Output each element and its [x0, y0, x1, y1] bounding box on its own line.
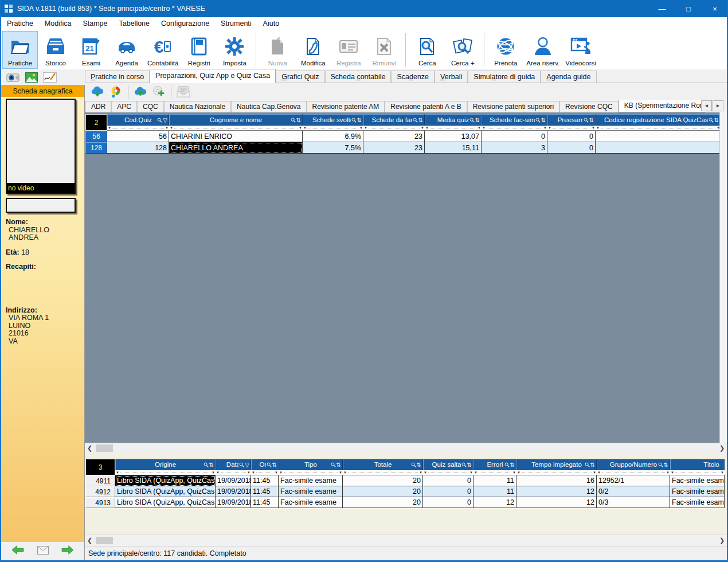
grid-cell[interactable]: Libro SIDA (QuizApp, QuizCasa): [115, 497, 216, 508]
category-tab-adr[interactable]: ADR: [85, 101, 111, 112]
toolbar-button-registri[interactable]: Registri: [182, 32, 216, 68]
cloud-add-icon[interactable]: [133, 85, 148, 99]
grid-cell[interactable]: 11: [473, 475, 516, 486]
column-header[interactable]: Schede fac-simili⇅: [482, 114, 547, 126]
toolbar-button-esami[interactable]: 21Esami: [74, 32, 108, 68]
grid-cell[interactable]: 19/09/2018: [216, 497, 251, 508]
grid-cell[interactable]: 128: [107, 142, 169, 154]
grid-cell[interactable]: Libro SIDA (QuizApp, QuizCasa): [115, 475, 216, 486]
filter-strip[interactable]: ▼▼: [596, 126, 721, 131]
filter-strip[interactable]: ▼▼: [107, 126, 169, 131]
toolbar-button-area-riserv-[interactable]: Area riserv.: [524, 32, 562, 68]
category-tab-apc[interactable]: APC: [111, 101, 137, 112]
row-header[interactable]: 128: [85, 142, 107, 154]
column-header[interactable]: Gruppo/Numero⇅: [597, 459, 670, 470]
close-button[interactable]: ×: [702, 0, 728, 17]
category-tab-cqc[interactable]: CQC: [137, 101, 164, 112]
grid-cell[interactable]: CHIARELLO ANDREA: [169, 142, 303, 154]
nav-back-button[interactable]: [11, 545, 24, 557]
grid-cell[interactable]: Fac-simile esame pe: [670, 497, 725, 508]
camera-icon[interactable]: [6, 72, 21, 83]
grid-cell[interactable]: 0/2: [597, 486, 670, 497]
grid-cell[interactable]: 6,9%: [303, 131, 363, 142]
filter-strip[interactable]: ▼▼: [251, 470, 279, 475]
menu-item-configurazione[interactable]: Configurazione: [155, 17, 215, 30]
session-grid-hscrollbar[interactable]: ❮ ❯: [85, 534, 727, 546]
filter-strip[interactable]: ▼▼: [279, 470, 343, 475]
grid-cell[interactable]: 20: [343, 486, 423, 497]
menu-item-strumenti[interactable]: Strumenti: [215, 17, 257, 30]
filter-strip[interactable]: ▼▼: [216, 470, 251, 475]
toolbar-button-videocorsi[interactable]: Videocorsi: [563, 32, 598, 68]
filter-strip[interactable]: ▼▼: [115, 470, 216, 475]
grid-cell[interactable]: 13,07: [425, 131, 482, 142]
grid-cell[interactable]: Fac-simile esame: [279, 486, 343, 497]
nav-forward-button[interactable]: [61, 545, 74, 557]
row-header[interactable]: 56: [85, 131, 107, 142]
category-tab-revisione-cqc[interactable]: Revisione CQC: [559, 101, 619, 112]
grid-cell[interactable]: 11:45: [251, 486, 279, 497]
toolbar-button-storico[interactable]: Storico: [38, 32, 73, 68]
filter-strip[interactable]: ▼▼: [516, 470, 597, 475]
filter-strip[interactable]: ▼▼: [547, 126, 596, 131]
grid-cell[interactable]: 0/3: [597, 497, 670, 508]
grid-cell[interactable]: CHIARINI ENRICO: [169, 131, 303, 142]
column-header[interactable]: Media quiz⇅: [425, 114, 482, 126]
quiz-grid-hscrollbar[interactable]: ❮ ❯: [85, 443, 727, 453]
row-header[interactable]: 4911: [85, 475, 115, 486]
grid-cell[interactable]: [596, 142, 721, 154]
scroll-left-icon[interactable]: ❮: [85, 444, 95, 453]
grid-cell[interactable]: 11: [473, 486, 516, 497]
grid-cell[interactable]: 0: [482, 131, 547, 142]
column-header[interactable]: Errori⇅: [473, 459, 516, 470]
scroll-right-icon[interactable]: ❯: [717, 444, 727, 453]
column-header[interactable]: Quiz saltati⇅: [423, 459, 473, 470]
menu-item-aiuto[interactable]: Aiuto: [257, 17, 285, 30]
column-header[interactable]: Schede svolte⇅: [303, 114, 363, 126]
grid-cell[interactable]: Fac-simile esame pe: [670, 475, 725, 486]
grid-cell[interactable]: 0: [547, 142, 596, 154]
grid-cell[interactable]: 12: [516, 486, 597, 497]
toolbar-button-contabilit-[interactable]: €Contabilità: [145, 32, 181, 68]
menu-item-tabellone[interactable]: Tabellone: [113, 17, 156, 30]
vertical-scrollbar[interactable]: [719, 112, 727, 443]
toolbar-button-cerca[interactable]: Cerca: [410, 32, 444, 68]
picture-icon[interactable]: [24, 72, 39, 83]
toolbar-button-imposta[interactable]: Imposta: [217, 32, 252, 68]
column-header[interactable]: Titolo: [670, 459, 725, 470]
toolbar-button-pratiche[interactable]: Pratiche: [3, 32, 37, 68]
column-header[interactable]: Totale⇅: [343, 459, 423, 470]
grid-cell[interactable]: 19/09/2018: [216, 486, 251, 497]
filter-strip[interactable]: ▼▼: [303, 126, 363, 131]
send-mail-button[interactable]: [37, 546, 49, 557]
tab-scroll-right-icon[interactable]: ►: [713, 100, 723, 111]
tab-scroll-left-icon[interactable]: ◄: [701, 100, 712, 111]
grid-cell[interactable]: Fac-simile esame: [279, 497, 343, 508]
filter-strip[interactable]: ▼▼: [425, 126, 482, 131]
grid-cell[interactable]: 11:45: [251, 475, 279, 486]
scroll-right-icon[interactable]: ❯: [717, 536, 727, 545]
scrollbar-thumb[interactable]: [96, 537, 113, 544]
minimize-button[interactable]: —: [649, 0, 675, 17]
grid-cell[interactable]: 0: [423, 486, 473, 497]
column-header[interactable]: Cognome e nome⇅: [169, 114, 303, 126]
menu-item-pratiche[interactable]: Pratiche: [1, 17, 39, 30]
filter-strip[interactable]: ▼▼: [670, 470, 725, 475]
main-tab-verbali[interactable]: Verbali: [435, 71, 468, 83]
grid-cell[interactable]: 0: [423, 475, 473, 486]
menu-item-stampe[interactable]: Stampe: [77, 17, 113, 30]
toolbar-button-cerca-[interactable]: Cerca +: [445, 32, 480, 68]
main-tab-agenda-guide[interactable]: Agenda guide: [541, 71, 596, 83]
category-tab-revisione-patente-am[interactable]: Revisione patente AM: [307, 101, 385, 112]
toolbar-button-prenota[interactable]: Prenota: [488, 32, 523, 68]
main-tab-simulatore-di-guida[interactable]: Simulatore di guida: [468, 71, 541, 83]
grid-cell[interactable]: 16: [516, 475, 597, 486]
row-header[interactable]: 4912: [85, 486, 115, 497]
grid-cell[interactable]: 7,5%: [303, 142, 363, 154]
row-header[interactable]: 4913: [85, 497, 115, 508]
filter-strip[interactable]: ▼▼: [169, 126, 303, 131]
category-tab-nautica-cap-genova[interactable]: Nautica Cap.Genova: [231, 101, 306, 112]
grid-cell[interactable]: 15,11: [425, 142, 482, 154]
scroll-left-icon[interactable]: ❮: [85, 536, 95, 545]
grid-cell[interactable]: 12: [473, 497, 516, 508]
